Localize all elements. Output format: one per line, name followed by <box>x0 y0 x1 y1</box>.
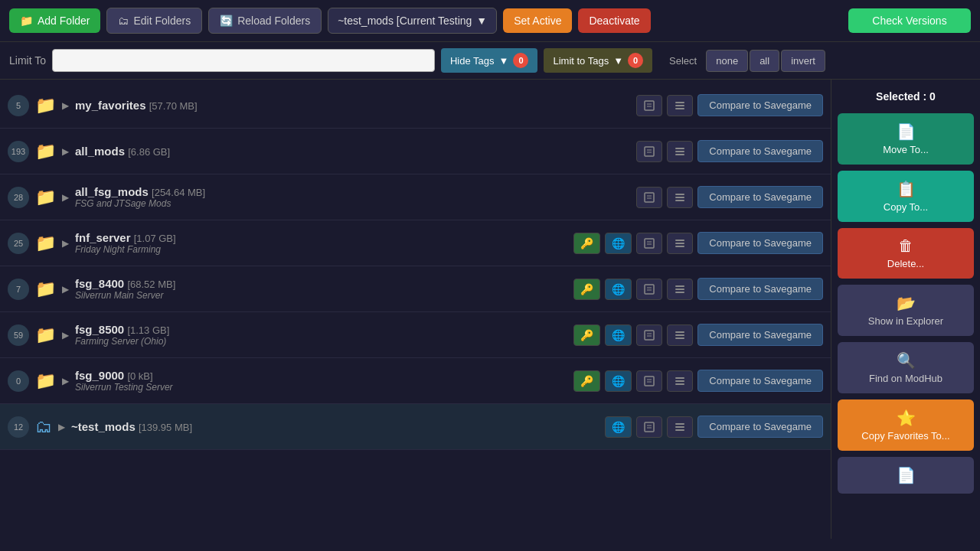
deactivate-button[interactable]: Deactivate <box>578 8 650 33</box>
svg-rect-15 <box>675 194 684 195</box>
folder-open-icon: 📂 <box>897 294 916 312</box>
csv-button[interactable] <box>636 95 662 116</box>
find-on-modhub-button[interactable]: 🔍 Find on ModHub <box>838 342 974 393</box>
copy-favorites-to-label: Copy Favorites To... <box>861 430 949 442</box>
list-button[interactable] <box>667 279 693 300</box>
list-button[interactable] <box>667 416 693 438</box>
list-button[interactable] <box>667 187 693 208</box>
show-in-explorer-label: Show in Explorer <box>868 315 943 327</box>
list-button[interactable] <box>667 233 693 254</box>
hide-tags-button[interactable]: Hide Tags ▼ 0 <box>441 48 537 73</box>
compare-to-savegame-button[interactable]: Compare to Savegame <box>697 94 823 116</box>
search-icon: 🔍 <box>897 351 916 370</box>
globe-button[interactable]: 🌐 <box>605 324 632 346</box>
globe-button[interactable]: 🌐 <box>605 370 632 392</box>
svg-rect-18 <box>645 239 654 248</box>
expand-arrow[interactable]: ▶ <box>62 100 69 111</box>
list-item[interactable]: 0 📁 ▶ fsg_9000 [0 kB] Silverrun Testing … <box>0 358 831 404</box>
deactivate-label: Deactivate <box>589 15 639 27</box>
copy-favorites-to-button[interactable]: ⭐ Copy Favorites To... <box>838 399 974 451</box>
list-item[interactable]: 12 🗂 ▶ ~test_mods [139.95 MB] 🌐 Compare … <box>0 404 831 450</box>
list-item[interactable]: 28 📁 ▶ all_fsg_mods [254.64 MB] FSG and … <box>0 174 831 220</box>
expand-arrow[interactable]: ▶ <box>62 330 69 341</box>
add-folder-label: Add Folder <box>38 15 90 27</box>
mod-size: [68.52 MB] <box>127 279 175 290</box>
svg-rect-6 <box>645 147 654 156</box>
key-button[interactable]: 🔑 <box>573 233 600 254</box>
compare-to-savegame-button[interactable]: Compare to Savegame <box>697 324 823 346</box>
mod-info: all_fsg_mods [254.64 MB] FSG and JTSage … <box>75 185 630 209</box>
limit-to-input[interactable] <box>52 49 435 72</box>
svg-rect-5 <box>675 108 684 109</box>
expand-arrow[interactable]: ▶ <box>62 284 69 295</box>
list-button[interactable] <box>667 324 693 346</box>
list-item[interactable]: 193 📁 ▶ all_mods [6.86 GB] Compare to Sa… <box>0 129 831 174</box>
expand-arrow[interactable]: ▶ <box>58 422 65 432</box>
key-button[interactable]: 🔑 <box>573 324 600 346</box>
list-item[interactable]: 5 📁 ▶ my_favorites [57.70 MB] Compare to… <box>0 83 831 129</box>
expand-arrow[interactable]: ▶ <box>62 146 69 157</box>
selected-label: Selected : <box>876 90 926 103</box>
compare-to-savegame-button[interactable]: Compare to Savegame <box>697 140 823 162</box>
delete-label: Delete... <box>887 258 924 269</box>
svg-rect-35 <box>675 337 684 339</box>
select-none-button[interactable]: none <box>706 50 748 72</box>
mod-size: [57.70 MB] <box>149 100 198 112</box>
csv-button[interactable] <box>636 370 662 392</box>
key-button[interactable]: 🔑 <box>573 279 600 300</box>
edit-folders-button[interactable]: 🗂 Edit Folders <box>106 8 202 34</box>
svg-rect-36 <box>645 377 654 386</box>
csv-button[interactable] <box>636 233 662 254</box>
show-in-explorer-button[interactable]: 📂 Show in Explorer <box>838 285 974 336</box>
limit-to-tags-button[interactable]: Limit to Tags ▼ 0 <box>544 48 652 73</box>
set-active-button[interactable]: Set Active <box>503 8 572 33</box>
list-button[interactable] <box>667 95 693 116</box>
mod-info: fnf_server [1.07 GB] Friday Night Farmin… <box>75 231 567 255</box>
select-invert-button[interactable]: invert <box>781 50 825 72</box>
mod-actions: Compare to Savegame <box>636 94 823 116</box>
mod-size: [6.86 GB] <box>128 146 170 158</box>
reload-folders-button[interactable]: 🔄 Reload Folders <box>208 8 322 34</box>
compare-to-savegame-button[interactable]: Compare to Savegame <box>697 186 823 208</box>
key-button[interactable]: 🔑 <box>573 370 600 392</box>
hide-tags-label: Hide Tags <box>450 55 495 67</box>
globe-button[interactable]: 🌐 <box>605 416 632 438</box>
compare-to-savegame-button[interactable]: Compare to Savegame <box>697 370 823 392</box>
expand-arrow[interactable]: ▶ <box>62 238 69 249</box>
compare-to-savegame-button[interactable]: Compare to Savegame <box>697 232 823 254</box>
csv-button[interactable] <box>636 416 662 438</box>
list-button[interactable] <box>667 370 693 392</box>
csv-button[interactable] <box>636 324 662 346</box>
globe-button[interactable]: 🌐 <box>605 233 632 254</box>
mod-info: all_mods [6.86 GB] <box>75 145 630 158</box>
mod-subtitle: FSG and JTSage Mods <box>75 198 630 209</box>
list-item[interactable]: 59 📁 ▶ fsg_8500 [1.13 GB] Farming Server… <box>0 312 831 358</box>
expand-arrow[interactable]: ▶ <box>62 192 69 203</box>
file-icon: 📄 <box>897 466 916 484</box>
mod-actions: 🔑 🌐 Compare to Savegame <box>573 370 823 392</box>
list-item[interactable]: 7 📁 ▶ fsg_8400 [68.52 MB] Silverrun Main… <box>0 266 831 312</box>
mod-name: fsg_8400 [68.52 MB] <box>75 277 567 290</box>
sidebar: Selected : 0 📄 Move To... 📋 Copy To... 🗑… <box>831 80 980 539</box>
add-folder-button[interactable]: 📁 Add Folder <box>9 8 100 33</box>
csv-button[interactable] <box>636 279 662 300</box>
move-to-button[interactable]: 📄 Move To... <box>838 113 974 165</box>
compare-to-savegame-button[interactable]: Compare to Savegame <box>697 278 823 300</box>
csv-button[interactable] <box>636 141 662 162</box>
globe-button[interactable]: 🌐 <box>605 279 632 300</box>
mod-name: fsg_8500 [1.13 GB] <box>75 323 567 336</box>
expand-arrow[interactable]: ▶ <box>62 376 69 386</box>
select-label: Select <box>662 51 704 71</box>
check-versions-button[interactable]: Check Versions <box>848 8 971 33</box>
extra-action-button[interactable]: 📄 <box>838 457 974 494</box>
select-all-button[interactable]: all <box>750 50 779 72</box>
csv-button[interactable] <box>636 187 662 208</box>
delete-button[interactable]: 🗑 Delete... <box>838 228 974 279</box>
compare-to-savegame-button[interactable]: Compare to Savegame <box>697 416 823 438</box>
list-button[interactable] <box>667 141 693 162</box>
profile-dropdown[interactable]: ~test_mods [Current Testing ▼ <box>328 8 497 34</box>
list-item[interactable]: 25 📁 ▶ fnf_server [1.07 GB] Friday Night… <box>0 220 831 266</box>
mod-actions: 🌐 Compare to Savegame <box>605 416 823 438</box>
svg-rect-47 <box>675 429 684 431</box>
copy-to-button[interactable]: 📋 Copy To... <box>838 171 974 222</box>
